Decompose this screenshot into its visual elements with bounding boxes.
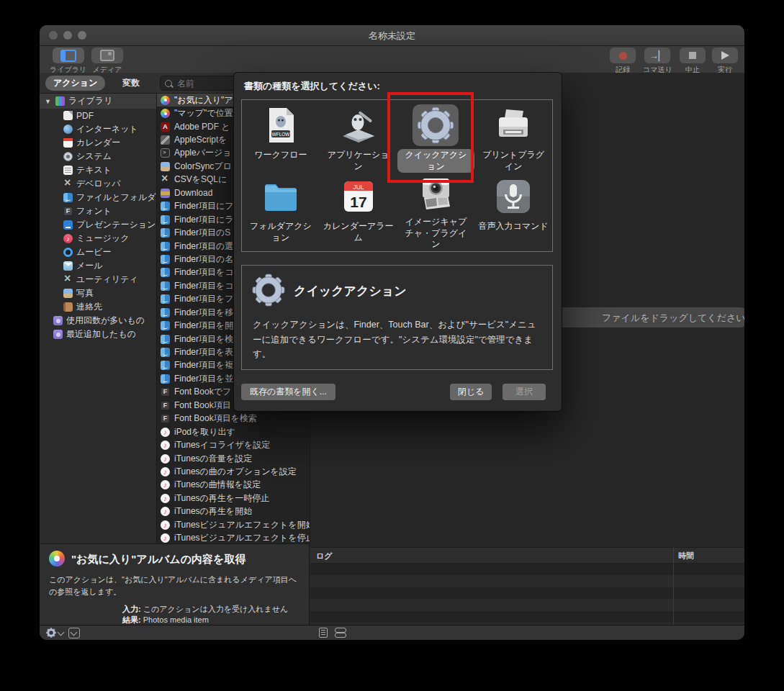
input-value: このアクションは入力を受け入れません xyxy=(143,605,289,613)
library-sidebar: ▼ ライブラリ PDF インターネット xyxy=(40,94,157,543)
sidebar-item-label: PDF xyxy=(76,111,94,121)
search-icon xyxy=(165,80,172,87)
action-item-label: "マップ"で位置 xyxy=(174,107,233,119)
toolbar: ライブラリ メディア 記録 →▏ コマ送り 中止 実行 xyxy=(40,46,744,73)
open-existing-button[interactable]: 既存の書類を開く... xyxy=(241,384,335,400)
fontbook-icon xyxy=(161,414,170,423)
action-list-item[interactable]: iTunesの曲情報を設定 xyxy=(157,479,310,492)
globe-icon xyxy=(63,125,73,134)
action-list-item[interactable]: iTunesの曲のオプションを設定 xyxy=(157,465,310,478)
tools-icon xyxy=(63,179,73,189)
time-column-header[interactable]: 時間 xyxy=(678,551,694,561)
terminal-icon xyxy=(161,148,170,158)
titlebar[interactable]: 名称未設定 xyxy=(40,25,744,46)
template-cell[interactable]: 音声入力コマンド xyxy=(474,176,552,247)
photo-icon xyxy=(63,289,73,298)
sidebar-item-label: ユーティリティ xyxy=(76,274,138,286)
action-list-item[interactable]: iTunesビジュアルエフェクトを開始 xyxy=(157,518,310,531)
sidebar-item[interactable]: プレゼンテーション xyxy=(40,218,156,232)
sidebar-item[interactable]: インターネット xyxy=(40,122,156,136)
action-list-item[interactable]: iTunesの再生を一時停止 xyxy=(157,492,310,505)
action-list-item[interactable]: iPodを取り出す xyxy=(157,425,310,438)
gear-menu-icon[interactable] xyxy=(46,628,56,638)
fontbook-icon xyxy=(161,401,170,410)
action-item-label: "お気に入り"ア xyxy=(174,94,233,107)
sidebar-item[interactable]: PDF xyxy=(40,109,156,122)
contacts-icon xyxy=(63,302,73,312)
action-item-label: Finder項目を表 xyxy=(174,346,233,358)
sidebar-item-label: ミュージック xyxy=(76,232,129,245)
action-list-item[interactable]: iTunesの再生を開始 xyxy=(157,505,310,518)
action-list-item[interactable]: Font Book項目を検索 xyxy=(157,412,310,425)
run-button[interactable]: 実行 xyxy=(712,48,738,75)
template-cell[interactable]: フォルダアクション xyxy=(242,176,320,247)
sidebar-item-label: デベロッパ xyxy=(76,178,120,190)
action-list-item[interactable]: iTunesの音量を設定 xyxy=(157,452,310,465)
choose-button[interactable]: 選択 xyxy=(503,384,546,400)
sidebar-item[interactable]: システム xyxy=(40,150,156,163)
sidebar-smart-item[interactable]: 最近追加したもの xyxy=(40,328,156,341)
smartfolder-icon xyxy=(53,330,63,339)
step-button[interactable]: →▏ コマ送り xyxy=(643,48,672,75)
sidebar-item-library-root[interactable]: ▼ ライブラリ xyxy=(40,94,156,109)
log-view-icon[interactable] xyxy=(319,628,328,638)
record-button[interactable]: 記録 xyxy=(610,48,636,75)
sidebar-item[interactable]: ファイルとフォルダ xyxy=(40,191,156,204)
sidebar-item[interactable]: フォント xyxy=(40,204,156,218)
sidebar-smart-item[interactable]: 使用回数が多いもの xyxy=(40,314,156,328)
sidebar-item[interactable]: テキスト xyxy=(40,163,156,177)
sidebar-item[interactable]: カレンダー xyxy=(40,136,156,150)
itunes-icon xyxy=(161,441,170,450)
close-button[interactable]: 閉じる xyxy=(450,384,492,400)
template-cell[interactable]: イメージキャプチャ・プラグイン xyxy=(397,176,475,247)
template-label: アプリケーション xyxy=(320,149,397,173)
sidebar-item[interactable]: 写真 xyxy=(40,286,156,300)
stop-button[interactable]: 中止 xyxy=(680,48,706,75)
action-list-item[interactable]: iTunesビジュアルエフェクトを停止 xyxy=(157,531,310,543)
template-label: プリントプラグイン xyxy=(474,149,552,173)
robot-icon xyxy=(335,104,382,146)
sidebar-smart-item-label: 使用回数が多いもの xyxy=(66,315,145,327)
collapse-panel-button[interactable] xyxy=(68,628,80,638)
download-icon xyxy=(161,189,170,198)
media-button[interactable]: メディア xyxy=(91,48,123,75)
action-item-label: Finder項目を検 xyxy=(174,333,233,346)
sidebar-item[interactable]: 連絡先 xyxy=(40,300,156,314)
sidebar-item[interactable]: ユーティリティ xyxy=(40,273,156,286)
photos-icon xyxy=(161,109,170,118)
sidebar-item-label: メール xyxy=(76,260,103,272)
template-cell[interactable]: WFLOW ワークフロー xyxy=(242,104,320,176)
calendar-icon: JUL17 xyxy=(335,176,382,217)
template-cell[interactable]: プリントプラグイン xyxy=(474,104,552,176)
bottom-bar xyxy=(40,625,744,640)
action-list-item[interactable]: iTunesイコライザを設定 xyxy=(157,438,310,451)
sidebar-item[interactable]: ミュージック xyxy=(40,232,156,245)
template-detail-description: クイックアクションは、Finder、Touch Bar、および"サービス"メニュ… xyxy=(253,317,542,362)
sidebar-item[interactable]: デベロッパ xyxy=(40,177,156,191)
record-icon xyxy=(619,52,627,60)
action-item-label: Finder項目を開 xyxy=(174,320,233,332)
tab-actions[interactable]: アクション xyxy=(45,76,105,91)
itunes-icon xyxy=(161,494,170,503)
template-cell[interactable]: JUL17 カレンダーアラーム xyxy=(320,176,397,247)
disclosure-triangle-icon[interactable]: ▼ xyxy=(45,98,52,105)
music-icon xyxy=(63,234,73,243)
sidebar-item[interactable]: メール xyxy=(40,259,156,273)
list-view-icon[interactable] xyxy=(335,628,346,638)
sidebar-item[interactable]: ムービー xyxy=(40,245,156,259)
tab-variables[interactable]: 変数 xyxy=(122,77,140,89)
fontpanel-icon xyxy=(63,207,73,216)
library-button[interactable]: ライブラリ xyxy=(50,48,86,75)
action-item-label: Font Book項目 xyxy=(174,399,231,412)
action-item-label: Finder項目を複 xyxy=(174,359,233,371)
log-column-header[interactable]: ログ xyxy=(316,551,333,561)
template-cell[interactable]: アプリケーション xyxy=(320,104,397,176)
action-item-label: Finder項目のS xyxy=(174,227,230,239)
action-item-label: Finder項目をコ xyxy=(174,266,234,279)
action-item-label: iPodを取り出す xyxy=(174,426,235,438)
svg-text:WFLOW: WFLOW xyxy=(271,132,290,137)
adobepdf-icon xyxy=(161,122,170,132)
log-row xyxy=(310,611,744,623)
svg-text:JUL: JUL xyxy=(353,184,364,191)
finder-icon xyxy=(63,193,73,202)
